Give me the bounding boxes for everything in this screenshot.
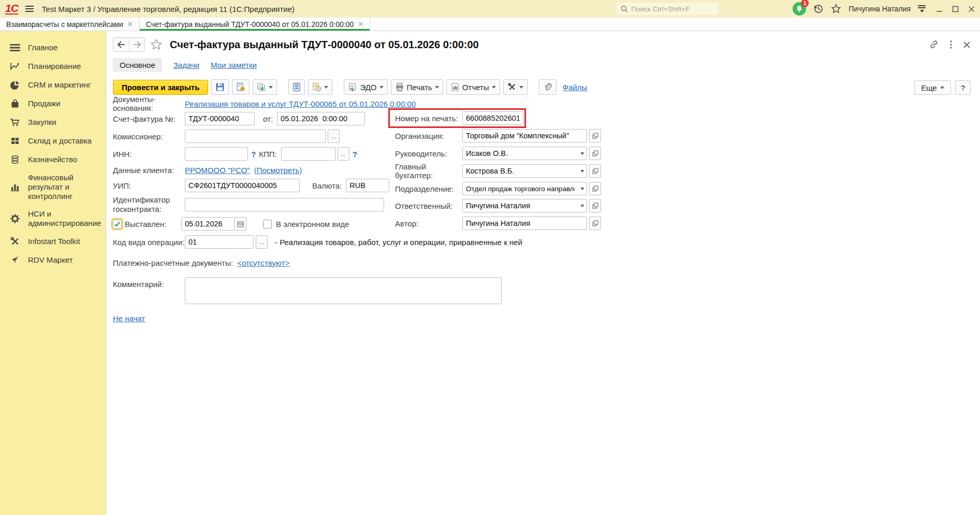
invoice-no-input[interactable] bbox=[185, 112, 255, 125]
sidebar-item-infostart-toolkit[interactable]: Infostart Toolkit bbox=[0, 232, 106, 251]
organization-input[interactable] bbox=[463, 130, 587, 141]
more-options-icon[interactable] bbox=[949, 39, 953, 50]
tab-close-icon[interactable]: ✕ bbox=[358, 21, 363, 27]
tab-my-notes[interactable]: Мои заметки bbox=[211, 61, 257, 69]
manager-dropdown-button[interactable] bbox=[578, 147, 587, 160]
kpp-choose-button[interactable]: ... bbox=[338, 147, 349, 161]
chief-accountant-input[interactable] bbox=[463, 165, 578, 177]
global-search[interactable] bbox=[617, 3, 718, 15]
window-title: Test Маркет 3 / Управление торговлей, ре… bbox=[42, 5, 295, 13]
current-user[interactable]: Пичугина Наталия bbox=[849, 5, 911, 13]
author-open-button[interactable] bbox=[589, 217, 601, 230]
invoice-date-input[interactable] bbox=[277, 112, 365, 125]
kpp-label: КПП: bbox=[259, 150, 276, 159]
reports-label: Отчеты bbox=[462, 83, 489, 92]
issued-checkbox[interactable] bbox=[113, 220, 122, 228]
manager-input[interactable] bbox=[463, 148, 578, 159]
document-coins-icon bbox=[236, 82, 245, 92]
search-input[interactable] bbox=[631, 5, 709, 13]
issued-label: Выставлен: bbox=[125, 220, 178, 228]
kpp-input[interactable] bbox=[281, 147, 335, 161]
reminder-button[interactable] bbox=[308, 79, 332, 95]
pay-docs-link[interactable]: <отсутствуют> bbox=[237, 259, 289, 267]
comment-input[interactable] bbox=[185, 277, 502, 304]
sidebar-item-purchases[interactable]: Закупки bbox=[0, 113, 106, 132]
tab-close-icon[interactable]: ✕ bbox=[127, 21, 133, 27]
favorite-star-icon[interactable] bbox=[150, 38, 163, 51]
inn-hint-link[interactable]: ? bbox=[251, 150, 256, 159]
notifications-button[interactable]: 1 bbox=[793, 2, 806, 16]
issued-date-input[interactable] bbox=[181, 217, 235, 231]
subordination-structure-button[interactable] bbox=[288, 79, 305, 95]
organization-open-button[interactable] bbox=[589, 129, 601, 142]
service-tools-button[interactable] bbox=[503, 79, 528, 95]
sidebar-item-planning[interactable]: Планирование bbox=[0, 57, 106, 76]
history-icon[interactable] bbox=[813, 4, 824, 14]
back-button[interactable] bbox=[113, 38, 129, 51]
print-button[interactable]: Печать bbox=[391, 79, 443, 95]
op-code-input[interactable] bbox=[185, 235, 254, 249]
tab-marketplace-settlements[interactable]: Взаиморасчеты с маркетплейсами ✕ bbox=[0, 18, 140, 31]
window-close-icon[interactable] bbox=[968, 6, 975, 12]
responsible-input[interactable] bbox=[463, 200, 578, 211]
responsible-open-button[interactable] bbox=[589, 199, 601, 212]
op-code-choose-button[interactable]: ... bbox=[256, 235, 268, 249]
manager-open-button[interactable] bbox=[589, 147, 601, 160]
inn-label: ИНН: bbox=[113, 150, 185, 159]
files-link[interactable]: Файлы bbox=[563, 83, 588, 92]
calendar-button[interactable] bbox=[235, 217, 246, 231]
reports-button[interactable]: Отчеты bbox=[446, 79, 500, 95]
comment-label: Комментарий: bbox=[113, 280, 185, 289]
dropdown-caret-icon bbox=[940, 87, 944, 89]
client-view-link[interactable]: (Посмотреть) bbox=[254, 166, 302, 175]
tab-tasks[interactable]: Задачи bbox=[173, 61, 199, 69]
form-close-icon[interactable] bbox=[963, 41, 971, 49]
tab-invoice-issued[interactable]: Счет-фактура выданный ТДУТ-0000040 от 05… bbox=[140, 18, 370, 31]
commissioner-choose-button[interactable]: ... bbox=[328, 130, 340, 143]
edo-button[interactable]: ЭДО bbox=[344, 79, 387, 95]
electronic-checkbox[interactable] bbox=[263, 220, 272, 228]
forward-button[interactable] bbox=[129, 38, 144, 51]
main-menu-icon[interactable] bbox=[25, 6, 34, 12]
sidebar-item-warehouse[interactable]: Склад и доставка bbox=[0, 132, 106, 150]
sidebar-item-main[interactable]: Главное bbox=[0, 38, 106, 57]
sidebar-item-nsi-admin[interactable]: НСИ и администрирование bbox=[0, 205, 106, 232]
open-form-icon bbox=[592, 185, 598, 192]
author-input[interactable] bbox=[463, 218, 587, 229]
help-button[interactable]: ? bbox=[955, 80, 971, 95]
minimize-icon[interactable] bbox=[936, 6, 943, 12]
department-input[interactable] bbox=[463, 183, 578, 194]
sidebar-item-treasury[interactable]: Казначейство bbox=[0, 150, 106, 169]
kpp-hint-link[interactable]: ? bbox=[353, 150, 357, 159]
maximize-icon[interactable] bbox=[952, 6, 959, 12]
chief-accountant-open-button[interactable] bbox=[589, 164, 601, 178]
get-link-icon[interactable] bbox=[929, 39, 939, 50]
sidebar-item-crm[interactable]: CRM и маркетинг bbox=[0, 76, 106, 94]
post-document-button[interactable] bbox=[232, 79, 250, 95]
post-and-close-button[interactable]: Провести и закрыть bbox=[113, 80, 208, 95]
uip-input[interactable] bbox=[185, 179, 300, 192]
docs-base-link[interactable]: Реализация товаров и услуг ТДУТ-000065 о… bbox=[185, 99, 416, 108]
edo-label: ЭДО bbox=[360, 83, 376, 92]
department-open-button[interactable] bbox=[589, 182, 601, 195]
sidebar-item-finance[interactable]: Финансовый результат и контроллинг bbox=[0, 169, 106, 205]
print-number-input[interactable] bbox=[462, 111, 523, 125]
business-process-status-link[interactable]: Не начат bbox=[113, 314, 145, 323]
client-link[interactable]: РРОМООО "РСО" bbox=[185, 166, 250, 175]
commissioner-input[interactable] bbox=[185, 130, 326, 143]
currency-input[interactable] bbox=[346, 179, 389, 192]
sidebar-item-rdv-market[interactable]: RDV Маркет bbox=[0, 251, 106, 269]
responsible-dropdown-button[interactable] bbox=[578, 199, 587, 212]
chief-accountant-dropdown-button[interactable] bbox=[578, 165, 587, 177]
user-menu-icon[interactable] bbox=[918, 5, 926, 12]
department-dropdown-button[interactable] bbox=[578, 182, 587, 195]
sidebar-item-sales[interactable]: Продажи bbox=[0, 94, 106, 113]
tab-main[interactable]: Основное bbox=[113, 58, 162, 72]
inn-input[interactable] bbox=[185, 147, 248, 161]
save-button[interactable] bbox=[211, 79, 229, 95]
create-based-on-button[interactable] bbox=[253, 79, 277, 95]
gov-contract-input[interactable] bbox=[185, 198, 384, 211]
attachments-button[interactable] bbox=[539, 79, 557, 95]
favorites-star-icon[interactable] bbox=[831, 4, 841, 14]
more-button[interactable]: Еще bbox=[914, 80, 951, 95]
